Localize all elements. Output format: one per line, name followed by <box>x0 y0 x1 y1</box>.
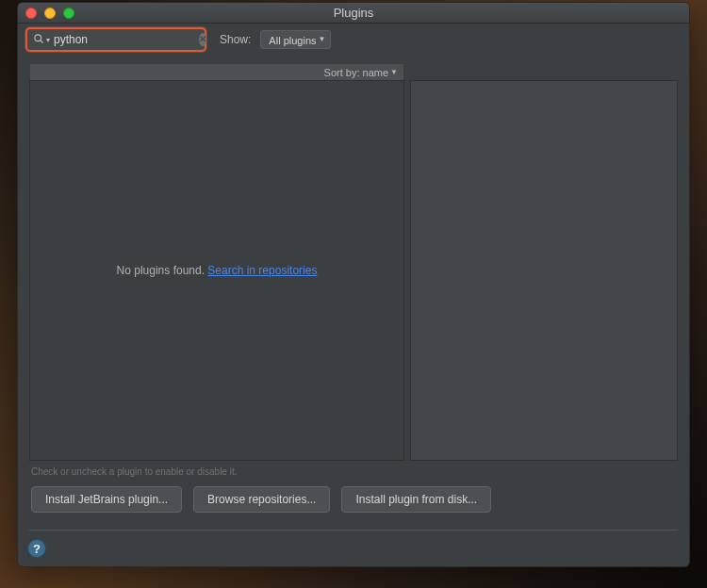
content-area: Sort by: name ▼ No plugins found. Search… <box>18 56 689 526</box>
search-icon <box>33 33 44 47</box>
window-title: Plugins <box>18 6 689 20</box>
empty-message: No plugins found. Search in repositories <box>117 264 318 277</box>
divider <box>29 530 678 531</box>
plugin-detail-pane <box>410 80 678 461</box>
install-jetbrains-plugin-button[interactable]: Install JetBrains plugin... <box>31 486 182 513</box>
traffic-lights <box>25 8 74 19</box>
clear-search-icon[interactable]: ✕ <box>199 33 206 46</box>
install-from-disk-button[interactable]: Install plugin from disk... <box>341 486 491 513</box>
titlebar: Plugins <box>18 3 689 24</box>
toolbar: ▾ ✕ Show: All plugins ▼ <box>18 24 689 56</box>
search-repositories-link[interactable]: Search in repositories <box>207 264 317 277</box>
show-filter-dropdown[interactable]: All plugins ▼ <box>260 30 330 49</box>
sort-label: Sort by: <box>324 67 360 78</box>
chevron-down-icon: ▼ <box>319 32 326 47</box>
minimize-window-button[interactable] <box>44 8 56 19</box>
split-panes: No plugins found. Search in repositories <box>29 80 678 461</box>
zoom-window-button[interactable] <box>63 8 74 19</box>
svg-point-0 <box>35 34 41 41</box>
sort-header[interactable]: Sort by: name ▼ <box>29 63 404 80</box>
show-label: Show: <box>220 33 251 46</box>
no-plugins-text: No plugins found. <box>117 264 205 277</box>
desktop-background: Plugins ▾ ✕ Show: All plugins ▼ <box>0 0 707 588</box>
svg-line-1 <box>41 40 43 42</box>
chevron-down-icon: ▼ <box>390 68 398 76</box>
sort-by-value: name <box>363 67 389 78</box>
show-filter-value: All plugins <box>269 35 316 46</box>
close-window-button[interactable] <box>25 8 37 19</box>
search-field-wrapper: ▾ ✕ <box>25 27 206 52</box>
enable-disable-hint: Check or uncheck a plugin to enable or d… <box>29 461 678 486</box>
help-button[interactable]: ? <box>27 539 46 558</box>
browse-repositories-button[interactable]: Browse repositories... <box>193 486 330 513</box>
button-row: Install JetBrains plugin... Browse repos… <box>29 486 678 520</box>
footer: ? <box>18 538 689 566</box>
plugins-dialog: Plugins ▾ ✕ Show: All plugins ▼ <box>17 2 690 567</box>
plugin-list-pane: No plugins found. Search in repositories <box>29 80 404 461</box>
search-input[interactable] <box>50 31 199 48</box>
